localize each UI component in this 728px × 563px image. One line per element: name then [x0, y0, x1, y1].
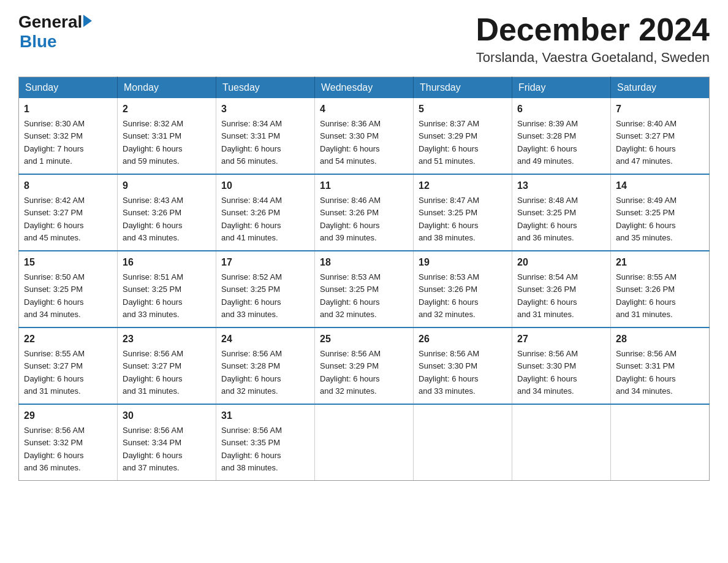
title-section: December 2024 Torslanda, Vaestra Goetala… [476, 12, 710, 66]
day-info: Sunrise: 8:56 AMSunset: 3:35 PMDaylight:… [221, 426, 282, 472]
day-number: 5 [419, 102, 507, 117]
day-info: Sunrise: 8:49 AMSunset: 3:25 PMDaylight:… [616, 196, 677, 242]
calendar-cell [512, 404, 611, 481]
day-info: Sunrise: 8:56 AMSunset: 3:29 PMDaylight:… [320, 349, 381, 396]
calendar-cell: 29Sunrise: 8:56 AMSunset: 3:32 PMDayligh… [19, 404, 118, 481]
calendar-cell: 16Sunrise: 8:51 AMSunset: 3:25 PMDayligh… [118, 251, 216, 327]
day-info: Sunrise: 8:56 AMSunset: 3:34 PMDaylight:… [123, 426, 183, 472]
day-info: Sunrise: 8:34 AMSunset: 3:31 PMDaylight:… [221, 119, 282, 166]
calendar-cell: 17Sunrise: 8:52 AMSunset: 3:25 PMDayligh… [216, 251, 315, 327]
calendar-cell: 2Sunrise: 8:32 AMSunset: 3:31 PMDaylight… [118, 98, 216, 174]
calendar-cell: 7Sunrise: 8:40 AMSunset: 3:27 PMDaylight… [611, 98, 710, 174]
calendar-cell: 1Sunrise: 8:30 AMSunset: 3:32 PMDaylight… [19, 98, 118, 174]
day-info: Sunrise: 8:56 AMSunset: 3:28 PMDaylight:… [221, 349, 282, 396]
day-info: Sunrise: 8:42 AMSunset: 3:27 PMDaylight:… [24, 196, 85, 242]
day-info: Sunrise: 8:56 AMSunset: 3:32 PMDaylight:… [24, 426, 85, 472]
day-info: Sunrise: 8:40 AMSunset: 3:27 PMDaylight:… [616, 119, 677, 166]
calendar-cell: 21Sunrise: 8:55 AMSunset: 3:26 PMDayligh… [611, 251, 710, 327]
calendar-cell: 11Sunrise: 8:46 AMSunset: 3:26 PMDayligh… [315, 174, 414, 251]
calendar-cell: 25Sunrise: 8:56 AMSunset: 3:29 PMDayligh… [315, 327, 414, 404]
day-number: 29 [24, 408, 112, 423]
day-number: 6 [517, 102, 605, 117]
calendar-table: SundayMondayTuesdayWednesdayThursdayFrid… [18, 77, 710, 481]
day-header-friday: Friday [512, 77, 611, 99]
day-info: Sunrise: 8:53 AMSunset: 3:25 PMDaylight:… [320, 272, 381, 319]
calendar-cell: 13Sunrise: 8:48 AMSunset: 3:25 PMDayligh… [512, 174, 611, 251]
calendar-cell: 5Sunrise: 8:37 AMSunset: 3:29 PMDaylight… [414, 98, 512, 174]
calendar-cell: 10Sunrise: 8:44 AMSunset: 3:26 PMDayligh… [216, 174, 315, 251]
logo-blue: Blue [20, 32, 92, 52]
page-header: General Blue December 2024 Torslanda, Va… [18, 12, 710, 66]
day-number: 25 [320, 332, 408, 347]
days-header-row: SundayMondayTuesdayWednesdayThursdayFrid… [19, 77, 710, 99]
day-info: Sunrise: 8:51 AMSunset: 3:25 PMDaylight:… [123, 272, 183, 319]
calendar-cell: 15Sunrise: 8:50 AMSunset: 3:25 PMDayligh… [19, 251, 118, 327]
day-number: 9 [123, 178, 211, 193]
day-number: 1 [24, 102, 112, 117]
day-number: 13 [517, 178, 605, 193]
day-number: 31 [221, 408, 309, 423]
calendar-cell: 28Sunrise: 8:56 AMSunset: 3:31 PMDayligh… [611, 327, 710, 404]
day-info: Sunrise: 8:47 AMSunset: 3:25 PMDaylight:… [419, 196, 479, 242]
day-header-wednesday: Wednesday [315, 77, 414, 99]
calendar-cell: 8Sunrise: 8:42 AMSunset: 3:27 PMDaylight… [19, 174, 118, 251]
calendar-cell: 31Sunrise: 8:56 AMSunset: 3:35 PMDayligh… [216, 404, 315, 481]
day-info: Sunrise: 8:55 AMSunset: 3:26 PMDaylight:… [616, 272, 677, 319]
day-number: 26 [419, 332, 507, 347]
week-row-2: 8Sunrise: 8:42 AMSunset: 3:27 PMDaylight… [19, 174, 710, 251]
calendar-cell: 20Sunrise: 8:54 AMSunset: 3:26 PMDayligh… [512, 251, 611, 327]
calendar-cell: 4Sunrise: 8:36 AMSunset: 3:30 PMDaylight… [315, 98, 414, 174]
calendar-cell: 26Sunrise: 8:56 AMSunset: 3:30 PMDayligh… [414, 327, 512, 404]
day-number: 22 [24, 332, 112, 347]
day-info: Sunrise: 8:52 AMSunset: 3:25 PMDaylight:… [221, 272, 282, 319]
logo-general: General [18, 12, 82, 32]
day-number: 24 [221, 332, 309, 347]
day-number: 7 [616, 102, 704, 117]
day-info: Sunrise: 8:56 AMSunset: 3:30 PMDaylight:… [517, 349, 578, 396]
day-number: 11 [320, 178, 408, 193]
day-info: Sunrise: 8:56 AMSunset: 3:31 PMDaylight:… [616, 349, 677, 396]
calendar-cell: 30Sunrise: 8:56 AMSunset: 3:34 PMDayligh… [118, 404, 216, 481]
calendar-cell: 3Sunrise: 8:34 AMSunset: 3:31 PMDaylight… [216, 98, 315, 174]
day-number: 14 [616, 178, 704, 193]
day-number: 18 [320, 255, 408, 270]
logo-arrow-icon [83, 15, 92, 27]
day-header-sunday: Sunday [19, 77, 118, 99]
day-number: 2 [123, 102, 211, 117]
calendar-cell [315, 404, 414, 481]
day-info: Sunrise: 8:56 AMSunset: 3:30 PMDaylight:… [419, 349, 479, 396]
day-info: Sunrise: 8:48 AMSunset: 3:25 PMDaylight:… [517, 196, 578, 242]
week-row-5: 29Sunrise: 8:56 AMSunset: 3:32 PMDayligh… [19, 404, 710, 481]
day-info: Sunrise: 8:39 AMSunset: 3:28 PMDaylight:… [517, 119, 578, 166]
day-number: 15 [24, 255, 112, 270]
day-header-tuesday: Tuesday [216, 77, 315, 99]
day-info: Sunrise: 8:44 AMSunset: 3:26 PMDaylight:… [221, 196, 282, 242]
day-number: 20 [517, 255, 605, 270]
day-info: Sunrise: 8:36 AMSunset: 3:30 PMDaylight:… [320, 119, 381, 166]
calendar-cell: 14Sunrise: 8:49 AMSunset: 3:25 PMDayligh… [611, 174, 710, 251]
week-row-4: 22Sunrise: 8:55 AMSunset: 3:27 PMDayligh… [19, 327, 710, 404]
day-header-saturday: Saturday [611, 77, 710, 99]
calendar-cell: 22Sunrise: 8:55 AMSunset: 3:27 PMDayligh… [19, 327, 118, 404]
day-info: Sunrise: 8:55 AMSunset: 3:27 PMDaylight:… [24, 349, 85, 396]
day-number: 28 [616, 332, 704, 347]
week-row-3: 15Sunrise: 8:50 AMSunset: 3:25 PMDayligh… [19, 251, 710, 327]
calendar-cell: 6Sunrise: 8:39 AMSunset: 3:28 PMDaylight… [512, 98, 611, 174]
month-title: December 2024 [476, 12, 710, 47]
day-info: Sunrise: 8:53 AMSunset: 3:26 PMDaylight:… [419, 272, 479, 319]
day-info: Sunrise: 8:37 AMSunset: 3:29 PMDaylight:… [419, 119, 479, 166]
calendar-cell [414, 404, 512, 481]
day-number: 4 [320, 102, 408, 117]
day-header-monday: Monday [118, 77, 216, 99]
day-info: Sunrise: 8:46 AMSunset: 3:26 PMDaylight:… [320, 196, 381, 242]
day-info: Sunrise: 8:30 AMSunset: 3:32 PMDaylight:… [24, 119, 85, 166]
calendar-cell: 12Sunrise: 8:47 AMSunset: 3:25 PMDayligh… [414, 174, 512, 251]
day-number: 21 [616, 255, 704, 270]
calendar-cell: 23Sunrise: 8:56 AMSunset: 3:27 PMDayligh… [118, 327, 216, 404]
day-header-thursday: Thursday [414, 77, 512, 99]
calendar-cell: 24Sunrise: 8:56 AMSunset: 3:28 PMDayligh… [216, 327, 315, 404]
day-number: 17 [221, 255, 309, 270]
day-number: 8 [24, 178, 112, 193]
calendar-cell: 9Sunrise: 8:43 AMSunset: 3:26 PMDaylight… [118, 174, 216, 251]
logo: General Blue [18, 12, 92, 52]
